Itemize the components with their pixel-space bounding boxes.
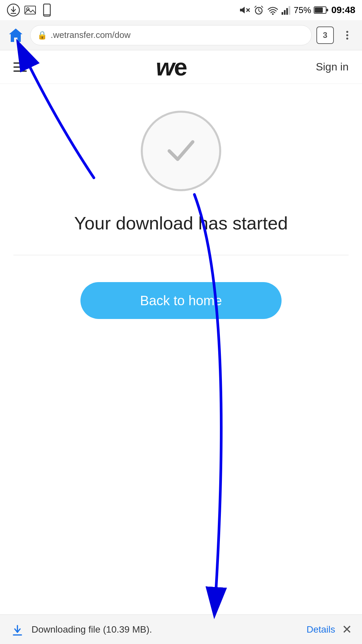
download-bar-text: Downloading file (10.39 MB).	[32, 624, 300, 635]
content-divider	[13, 255, 349, 255]
hamburger-line-3	[13, 70, 27, 72]
svg-line-13	[255, 6, 256, 7]
download-details-link[interactable]: Details	[306, 624, 335, 635]
checkmark-icon	[163, 132, 199, 169]
signal-icon	[282, 5, 291, 15]
status-time: 09:48	[331, 5, 355, 15]
home-icon	[7, 27, 24, 44]
hamburger-line-2	[13, 66, 27, 68]
svg-rect-3	[25, 6, 36, 14]
svg-rect-16	[282, 12, 283, 15]
more-dot-1	[346, 31, 348, 33]
battery-icon	[314, 5, 328, 15]
tab-count[interactable]: 3	[316, 26, 334, 44]
more-dot-2	[346, 34, 348, 36]
status-bar-left	[7, 3, 54, 17]
wifi-icon	[267, 5, 279, 15]
download-notification-bar: Downloading file (10.39 MB). Details ✕	[0, 614, 362, 644]
mute-icon	[239, 5, 251, 15]
status-bar-right: 75% 09:48	[239, 5, 355, 15]
svg-line-12	[259, 11, 260, 12]
alarm-icon	[253, 5, 264, 15]
download-status-title: Your download has started	[74, 211, 288, 235]
battery-percentage: 75%	[294, 5, 311, 15]
svg-rect-22	[326, 9, 328, 11]
lock-icon: 🔒	[37, 31, 47, 40]
browser-toolbar: 🔒 .wetransfer.com/dow 3	[0, 20, 362, 50]
wetransfer-logo: we	[156, 53, 187, 81]
svg-rect-18	[286, 8, 288, 15]
svg-rect-21	[315, 7, 323, 13]
mobile-status-icon	[40, 3, 54, 17]
svg-rect-17	[284, 10, 286, 15]
success-check-circle	[141, 111, 221, 191]
wetransfer-header: we Sign in	[0, 50, 362, 84]
more-menu-button[interactable]	[339, 26, 356, 44]
download-status-icon	[7, 3, 20, 17]
main-content: Your download has started Back to home	[0, 84, 362, 339]
address-bar[interactable]: 🔒 .wetransfer.com/dow	[30, 25, 312, 45]
status-bar: 75% 09:48	[0, 0, 362, 20]
svg-line-14	[261, 6, 263, 7]
svg-rect-19	[289, 6, 290, 15]
back-to-home-button[interactable]: Back to home	[80, 282, 282, 319]
signin-button[interactable]: Sign in	[316, 61, 349, 73]
image-status-icon	[23, 3, 37, 17]
svg-marker-23	[9, 29, 22, 42]
url-text: .wetransfer.com/dow	[51, 30, 130, 40]
hamburger-line-1	[13, 62, 27, 64]
more-dot-3	[346, 38, 348, 40]
svg-marker-7	[240, 7, 245, 13]
svg-point-15	[272, 13, 274, 15]
download-close-button[interactable]: ✕	[342, 623, 352, 637]
home-nav-button[interactable]	[6, 25, 25, 45]
hamburger-menu-button[interactable]	[13, 62, 27, 72]
download-bar-icon	[10, 622, 25, 637]
svg-rect-5	[44, 4, 50, 16]
